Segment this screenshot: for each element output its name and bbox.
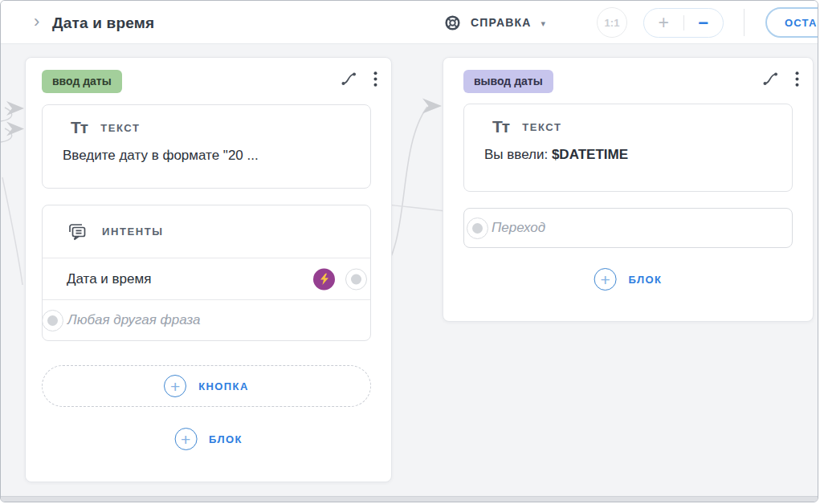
text-widget[interactable]: Тт ТЕКСТ Введите дату в формате "20 ... (42, 104, 371, 189)
top-bar: › Дата и время СПРАВКА ▾ 1:1 + − ОСТА (1, 1, 818, 44)
add-block-button[interactable]: + БЛОК (594, 268, 663, 291)
transition-placeholder: Переход (492, 220, 545, 236)
card-actions (762, 71, 799, 87)
intents-widget-label: ИНТЕНТЫ (102, 226, 164, 238)
variable-token: $DATETIME (552, 147, 628, 162)
plus-icon: + (164, 375, 186, 397)
page-title: Дата и время (52, 1, 154, 44)
plus-icon: + (594, 268, 617, 291)
intent-text: Дата и время (67, 271, 151, 287)
text-widget-icon: Тт (492, 117, 509, 136)
intent-actions (313, 268, 367, 290)
block-card-input-date[interactable]: ввод даты Тт ТЕКСТ (25, 57, 392, 482)
lightning-icon (320, 273, 329, 285)
zoom-out-button[interactable]: − (684, 9, 724, 37)
intents-widget[interactable]: ИНТЕНТЫ Дата и время Любая другая фраза (42, 205, 371, 341)
plus-icon: + (174, 428, 197, 450)
toolbar-divider (744, 9, 745, 36)
text-widget-content: Вы ввели: $DATETIME (464, 136, 792, 163)
chat-bubbles-icon (67, 222, 88, 242)
intent-row-any-phrase[interactable]: Любая другая фраза (43, 300, 370, 340)
help-label: СПРАВКА (471, 16, 532, 29)
add-block-label: БЛОК (629, 274, 663, 286)
block-title-badge[interactable]: ввод даты (42, 70, 122, 93)
text-widget-label: ТЕКСТ (522, 121, 561, 133)
transition-slot[interactable]: Переход (463, 208, 793, 248)
zoom-in-button[interactable]: + (644, 9, 683, 37)
text-widget[interactable]: Тт ТЕКСТ Вы ввели: $DATETIME (463, 104, 793, 192)
horizontal-scrollbar[interactable] (1, 496, 818, 502)
help-menu[interactable]: СПРАВКА ▾ (444, 1, 545, 44)
zoom-controls: + − (643, 8, 724, 38)
add-block-button[interactable]: + БЛОК (174, 428, 243, 450)
intent-text: Любая другая фраза (67, 312, 200, 328)
breadcrumb-chevron-icon[interactable]: › (34, 1, 39, 44)
add-button-label: КНОПКА (198, 380, 249, 392)
intents-header: ИНТЕНТЫ (43, 205, 370, 258)
intent-row-datetime[interactable]: Дата и время (43, 258, 370, 300)
flow-editor-window: › Дата и время СПРАВКА ▾ 1:1 + − ОСТА (0, 0, 818, 502)
kebab-menu-icon[interactable] (795, 71, 799, 87)
connection-point[interactable] (345, 268, 367, 290)
ml-intent-badge[interactable] (313, 268, 335, 290)
lifebuoy-icon (444, 14, 461, 31)
connections-icon[interactable] (762, 71, 780, 87)
kebab-menu-icon[interactable] (373, 71, 377, 87)
connection-point[interactable] (42, 310, 63, 331)
add-block-label: БЛОК (209, 433, 243, 445)
stop-button[interactable]: ОСТА (765, 7, 818, 38)
add-button-button[interactable]: + КНОПКА (42, 365, 371, 407)
zoom-reset-button[interactable]: 1:1 (597, 7, 627, 38)
block-title-badge[interactable]: вывод даты (463, 70, 553, 93)
card-actions (341, 71, 377, 87)
connections-icon[interactable] (341, 71, 358, 87)
text-widget-icon: Тт (71, 118, 88, 137)
chevron-down-icon: ▾ (541, 17, 546, 29)
connection-point[interactable] (467, 217, 488, 239)
text-widget-label: ТЕКСТ (100, 122, 140, 134)
block-card-output-date[interactable]: вывод даты Тт ТЕКСТ (443, 57, 814, 322)
text-widget-content: Введите дату в формате "20 ... (43, 137, 370, 164)
